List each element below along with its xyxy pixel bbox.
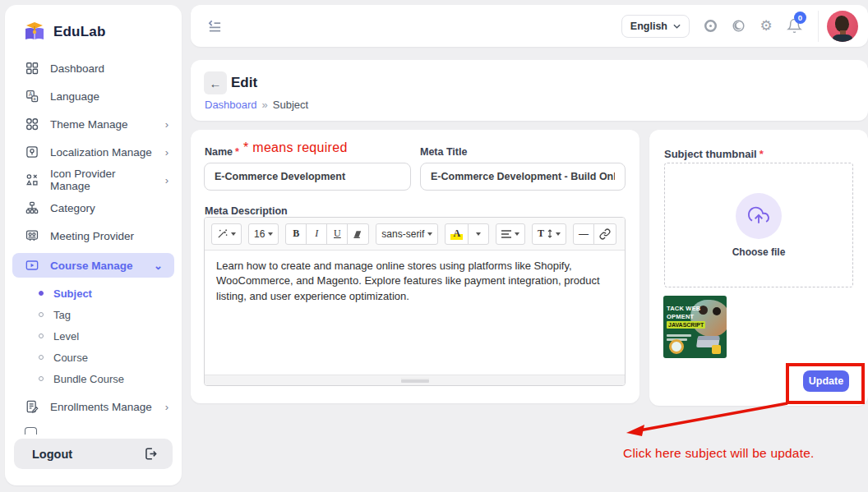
edulab-logo-icon <box>23 21 46 43</box>
brand-name: EduLab <box>53 24 106 40</box>
sidebar-item-language[interactable]: Aa Language <box>5 82 182 110</box>
logout-button[interactable]: Logout <box>14 439 173 469</box>
sidebar-item-enrollments-manage[interactable]: Enrollments Manage › <box>5 393 182 421</box>
sidebar-item-label: Meeting Provider <box>50 230 134 242</box>
meta-title-field-label: Meta Title <box>420 146 467 158</box>
sidebar-subitem-label: Level <box>53 330 79 343</box>
breadcrumb-dashboard-link[interactable]: Dashboard <box>205 99 257 111</box>
category-tree-icon <box>25 200 39 215</box>
name-input[interactable] <box>204 163 411 191</box>
breadcrumb: Dashboard » Subject <box>205 99 308 111</box>
sidebar-subitem-subject[interactable]: Subject <box>5 283 182 304</box>
font-family-button[interactable]: sans-serif <box>376 223 438 245</box>
rich-text-editor: 16 B I U sans-serif A <box>204 217 626 386</box>
meta-title-input[interactable] <box>420 163 626 191</box>
chevron-down-icon <box>673 24 681 29</box>
sidebar-item-label: Dashboard <box>50 62 104 75</box>
breadcrumb-separator: » <box>262 99 268 111</box>
file-upload-dropzone[interactable]: Choose file <box>664 163 853 287</box>
sidebar-item-label: Language <box>50 90 99 103</box>
sidebar-item-category[interactable]: Category <box>5 194 182 222</box>
editor-resize-bar[interactable] <box>205 375 625 385</box>
sidebar-item-icon-provider-manage[interactable]: Icon Provider Manage › <box>5 166 182 194</box>
paragraph-button[interactable] <box>496 223 525 245</box>
sidebar-item-course-manage[interactable]: Course Manage ⌄ <box>12 253 174 278</box>
clear-format-button[interactable] <box>347 223 369 245</box>
sidebar-item-label: Theme Manage <box>50 118 128 131</box>
sidebar-item-dashboard[interactable]: Dashboard <box>5 54 182 82</box>
caret-icon <box>515 232 519 236</box>
sidebar-subitem-label: Tag <box>53 309 71 321</box>
clock-illustration <box>669 339 684 354</box>
location-icon <box>25 145 39 159</box>
sidebar-item-label: Category <box>50 202 95 214</box>
caret-icon <box>476 232 481 236</box>
sidebar-subitem-label: Bundle Course <box>53 373 124 385</box>
bold-button[interactable]: B <box>285 223 307 245</box>
font-color-button[interactable]: A <box>445 223 469 245</box>
notification-badge: 0 <box>794 11 806 24</box>
topbar-actions: English ⚙ 0 <box>621 11 868 42</box>
font-size-button[interactable]: 16 <box>248 223 279 245</box>
eye-icon[interactable] <box>696 18 724 34</box>
sidebar-subitem-label: Course <box>53 352 88 364</box>
choose-file-label: Choose file <box>732 246 786 258</box>
underline-button[interactable]: U <box>326 223 348 245</box>
sidebar-item-meeting-provider[interactable]: Meeting Provider <box>5 222 182 250</box>
caret-icon <box>556 232 561 236</box>
breadcrumb-current: Subject <box>273 99 308 111</box>
chevron-down-icon: ⌄ <box>154 260 163 272</box>
bullet-icon <box>39 333 44 338</box>
sidebar-item-theme-manage[interactable]: Theme Manage › <box>5 110 182 138</box>
chevron-right-icon: › <box>165 146 169 159</box>
sidebar-item-localization-manage[interactable]: Localization Manage › <box>5 138 182 166</box>
caret-icon <box>231 232 236 236</box>
bullet-icon <box>39 376 44 381</box>
meta-description-label: Meta Description <box>205 205 288 217</box>
grid-icon <box>25 61 39 76</box>
sidebar-item-label: Icon Provider Manage <box>50 168 155 192</box>
insert-link-button[interactable] <box>593 223 616 245</box>
required-note-annotation: * means required <box>243 140 348 155</box>
sidebar: EduLab Dashboard Aa Language Theme Manag… <box>5 5 182 485</box>
dark-mode-icon[interactable] <box>724 18 752 34</box>
subject-edit-form: Name* * means required Meta Title Meta D… <box>191 130 639 403</box>
horizontal-rule-button[interactable]: — <box>573 223 594 245</box>
page-header: ← Edit Dashboard » Subject <box>191 60 868 121</box>
meta-description-editor-content[interactable]: Learn how to create and manage online st… <box>205 251 625 367</box>
sidebar-subitem-bundle-course[interactable]: Bundle Course <box>5 368 182 389</box>
eraser-icon <box>353 229 363 239</box>
subject-thumbnail-image[interactable]: TACK WEB OPMENT JAVASCRIPT <box>663 296 727 358</box>
chevron-right-icon: › <box>165 401 169 413</box>
language-value: English <box>630 21 667 32</box>
notifications-bell-icon[interactable]: 0 <box>780 18 808 34</box>
shapes-icon <box>25 172 39 187</box>
brand-logo[interactable]: EduLab <box>5 5 182 43</box>
editor-toolbar: 16 B I U sans-serif A <box>205 218 625 251</box>
annotation-note: Click here subject will be update. <box>623 446 820 461</box>
sidebar-nav: Dashboard Aa Language Theme Manage › Loc… <box>5 54 182 435</box>
user-avatar[interactable] <box>827 11 858 42</box>
sidebar-collapse-icon[interactable] <box>207 19 223 33</box>
line-height-button[interactable]: T <box>532 223 566 245</box>
page-title: Edit <box>231 75 257 91</box>
sidebar-subitem-course[interactable]: Course <box>5 347 182 368</box>
updown-arrow-icon <box>547 229 552 238</box>
settings-gear-icon[interactable]: ⚙ <box>752 19 780 33</box>
align-lines-icon <box>501 230 511 238</box>
chevron-right-icon: › <box>165 174 169 186</box>
font-color-dropdown[interactable] <box>468 223 489 245</box>
divider <box>818 11 819 42</box>
cloud-upload-icon <box>748 205 769 227</box>
style-magic-button[interactable] <box>211 223 242 245</box>
update-button[interactable]: Update <box>803 370 849 392</box>
sidebar-subitem-level[interactable]: Level <box>5 325 182 347</box>
sidebar-subitem-tag[interactable]: Tag <box>5 304 182 325</box>
course-video-icon <box>25 258 39 273</box>
back-button[interactable]: ← <box>204 71 227 94</box>
upload-circle <box>736 193 782 239</box>
meeting-people-icon <box>25 228 39 243</box>
language-selector[interactable]: English <box>621 15 690 38</box>
italic-button[interactable]: I <box>306 223 327 245</box>
theme-icon <box>25 117 39 131</box>
